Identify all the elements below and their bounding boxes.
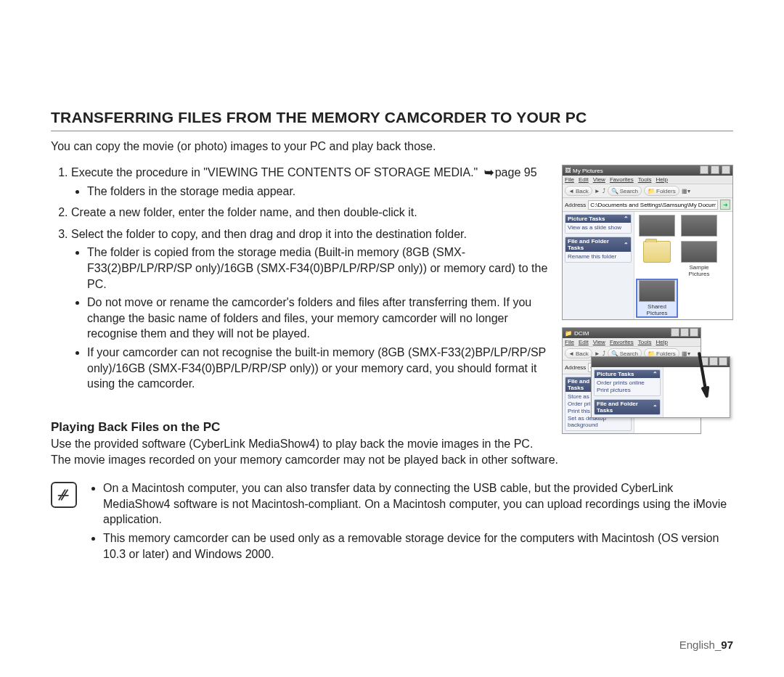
picture-tasks-panel: Picture Tasks⌃ View as a slide show xyxy=(565,214,632,234)
menu-edit: Edit xyxy=(579,339,589,345)
address-label: Address xyxy=(565,364,586,371)
thumb-icon xyxy=(681,241,717,263)
page-ref-arrow-icon: ➥ xyxy=(484,165,494,181)
titlebar: 📁DCIM xyxy=(563,328,701,338)
chevron-icon: ⌃ xyxy=(624,242,629,248)
go-icon: ➜ xyxy=(720,200,730,210)
window-title: DCIM xyxy=(574,330,589,337)
search-button: 🔍Search xyxy=(608,186,642,196)
search-label: Search xyxy=(620,188,638,194)
window-my-pictures: 🖼My Pictures File Edit View Favorites To… xyxy=(562,165,733,320)
step-1-text-a: Execute the procedure in "VIEWING THE CO… xyxy=(71,166,481,179)
section-heading: TRANSFERRING FILES FROM THE MEMORY CAMCO… xyxy=(51,109,733,131)
file-folder-tasks-panel: File and Folder Tasks⌃ xyxy=(594,399,661,415)
close-icon xyxy=(722,165,730,174)
playback-text-2: The movie images recorded on your memory… xyxy=(51,452,733,468)
side-panel: Picture Tasks⌃ View as a slide show File… xyxy=(563,212,634,319)
steps-list: Execute the procedure in "VIEWING THE CO… xyxy=(51,165,552,392)
folders-label: Folders xyxy=(656,188,676,194)
explorer-body: Picture Tasks⌃ View as a slide show File… xyxy=(563,212,732,319)
footer-page-number: 97 xyxy=(721,639,733,651)
folder-item xyxy=(637,241,677,277)
back-button: ◄Back xyxy=(565,348,592,358)
steps-column: Execute the procedure in "VIEWING THE CO… xyxy=(51,165,552,403)
step-1-bullet-1: The folders in the storage media appear. xyxy=(87,184,552,200)
chevron-icon: ⌃ xyxy=(653,371,658,377)
menubar: File Edit View Favorites Tools Help xyxy=(563,338,701,347)
sample-pictures-item: Sample Pictures xyxy=(679,241,719,277)
folders-icon: 📁 xyxy=(648,188,655,194)
close-icon xyxy=(690,328,698,337)
step-1: Execute the procedure in "VIEWING THE CO… xyxy=(71,165,552,199)
file-pane: Sample Pictures Shared Pictures xyxy=(634,212,732,319)
note-2: This memory camcorder can be used only a… xyxy=(103,530,733,562)
menu-help: Help xyxy=(656,176,667,183)
up-icon: ⤴ xyxy=(603,188,605,194)
menu-favorites: Favorites xyxy=(610,339,634,345)
back-arrow-icon: ◄ xyxy=(568,188,574,194)
titlebar: 🖼My Pictures xyxy=(563,165,732,176)
task-rename: Rename this folder xyxy=(568,253,629,260)
menubar: File Edit View Favorites Tools Help xyxy=(563,176,732,184)
minimize-icon xyxy=(700,165,709,174)
intro-paragraph: You can copy the movie (or photo) images… xyxy=(51,140,733,153)
folders-button: 📁Folders xyxy=(644,186,679,196)
shared-pictures-item: Shared Pictures xyxy=(637,280,677,316)
back-button: ◄Back xyxy=(565,186,592,196)
picture-tasks-header: Picture Tasks xyxy=(597,371,634,377)
folder-glyph-icon: 🖼 xyxy=(565,168,571,174)
task-slideshow: View as a slide show xyxy=(568,224,629,231)
toolbar: ◄Back ► ⤴ 🔍Search 📁Folders ▦▾ xyxy=(563,184,732,198)
address-bar: Address ➜ xyxy=(563,198,732,212)
menu-tools: Tools xyxy=(638,176,652,183)
menu-tools: Tools xyxy=(638,339,652,345)
steps-and-figures-row: Execute the procedure in "VIEWING THE CO… xyxy=(51,165,733,407)
picture-tasks-panel: Picture Tasks⌃ Order prints online Print… xyxy=(594,369,661,396)
sample-pictures-label: Sample Pictures xyxy=(679,264,719,277)
chevron-icon: ⌃ xyxy=(653,404,658,411)
window-title: My Pictures xyxy=(573,168,603,174)
back-label: Back xyxy=(576,350,589,357)
step-3-bullet-2: Do not move or rename the camcorder's fo… xyxy=(87,295,552,342)
maximize-icon xyxy=(680,328,689,337)
maximize-icon xyxy=(711,165,719,174)
note-1: On a Macintosh computer, you can also tr… xyxy=(103,480,733,528)
folder-glyph-icon: 📁 xyxy=(565,330,572,337)
window-controls xyxy=(699,165,730,176)
task-item: Print pictures xyxy=(597,387,658,393)
window-controls xyxy=(670,328,698,338)
playback-text-1: Use the provided software (CyberLink Med… xyxy=(51,436,733,452)
back-label: Back xyxy=(576,188,589,194)
note-icon xyxy=(51,482,77,508)
menu-view: View xyxy=(593,339,605,345)
minimize-icon xyxy=(671,328,679,337)
menu-file: File xyxy=(565,339,574,345)
manual-page: TRANSFERRING FILES FROM THE MEMORY CAMCO… xyxy=(0,0,784,677)
thumb-icon xyxy=(639,280,675,302)
thumb-item xyxy=(637,215,677,238)
step-3: Select the folder to copy, and then drag… xyxy=(71,226,552,392)
step-2-text: Create a new folder, enter the folder na… xyxy=(71,206,417,218)
step-3-bullet-1: The folder is copied from the storage me… xyxy=(87,245,552,292)
step-1-text-b: page 95 xyxy=(495,166,537,179)
menu-favorites: Favorites xyxy=(610,176,634,183)
shared-pictures-label: Shared Pictures xyxy=(637,303,677,316)
side-panel: Picture Tasks⌃ Order prints online Print… xyxy=(592,367,663,417)
menu-file: File xyxy=(565,176,574,183)
file-folder-tasks-panel: File and Folder Tasks⌃ Rename this folde… xyxy=(565,237,632,263)
task-item: Order prints online xyxy=(597,379,658,386)
step-3-bullet-3: If your camcorder can not recognise the … xyxy=(87,345,552,392)
menu-view: View xyxy=(593,176,605,183)
step-3-text: Select the folder to copy, and then drag… xyxy=(71,228,467,240)
footer-lang: English xyxy=(679,639,715,651)
chevron-icon: ⌃ xyxy=(624,216,629,222)
back-arrow-icon: ◄ xyxy=(568,350,574,357)
thumb-icon xyxy=(681,215,717,237)
views-icon: ▦▾ xyxy=(682,188,690,194)
address-input xyxy=(588,200,718,210)
search-icon: 🔍 xyxy=(611,188,618,194)
fft-header: File and Folder Tasks xyxy=(597,401,653,414)
note-list: On a Macintosh computer, you can also tr… xyxy=(87,480,733,565)
address-label: Address xyxy=(565,202,586,208)
step-2: Create a new folder, enter the folder na… xyxy=(71,205,552,221)
